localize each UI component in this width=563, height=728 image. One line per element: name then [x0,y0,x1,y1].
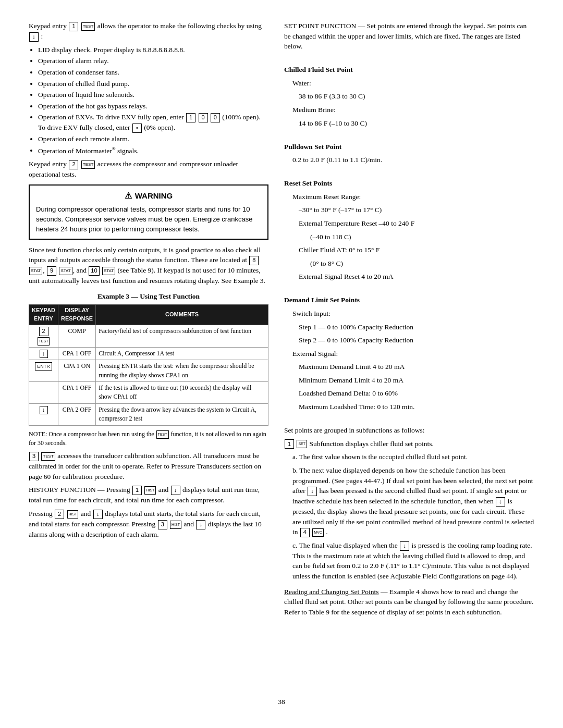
check-item-7: Operation of EXVs. To drive EXV fully op… [38,112,268,133]
example-3-title: Example 3 — Using Test Function [29,291,268,302]
chilled-brine-label: Medium Brine: [292,105,534,115]
reset-title: Reset Set Points [284,178,534,189]
key-test-2: TEST [81,161,95,169]
pulldown-range: 0.2 to 2.0 F (0.11 to 1.1 C)/min. [292,155,534,165]
chilled-fluid-title: Chilled Fluid Set Point [284,65,534,75]
demand-switch-label: Switch Input: [292,309,534,319]
demand-loadshed-time: Maximum Loadshed Time: 0 to 120 min. [299,402,534,412]
point-a: a. The first value shown is the occupied… [292,452,534,462]
key-2-table: 2 [39,327,48,336]
check-item-3: Operation of condenser fans. [38,67,268,78]
key-1: 1 [69,22,78,31]
key-2: 2 [69,160,78,169]
para-history-1: HISTORY FUNCTION — Pressing 1 HIST and ↓… [29,485,268,505]
point-c: c. The final value displayed when the ↓ … [292,540,534,582]
reset-signal: External Signal Reset 4 to 20 mA [299,272,534,282]
key-hist-3: 3 [158,520,167,529]
right-column: SET POINT FUNCTION — Set points are ente… [284,21,534,686]
reset-ext-temp-c: (–40 to 118 C) [310,232,534,242]
key-stat-9: STAT [59,267,72,275]
key-10: 10 [89,266,99,276]
chilled-water-label: Water: [292,78,534,89]
demand-ext-label: External Signal: [292,349,534,359]
demand-max: Maximum Demand Limit 4 to 20 mA [299,362,534,372]
table-cell-display-3: CPA 1 ON [58,360,96,382]
table-cell-comment-4: If the test is allowed to time out (10 s… [96,382,268,404]
key-stat-10: STAT [102,267,115,275]
warning-text: During compressor operational tests, com… [36,205,261,235]
key-mvc-label: MVC [312,528,324,537]
table-row-5: ↓ CPA 2 OFF Pressing the down arrow key … [29,403,268,425]
table-cell-comment-5: Pressing the down arrow key advances the… [96,403,268,425]
warning-box: ⚠ WARNING During compressor operational … [29,184,268,240]
para-transducer: 3 TEST accesses the transducer calibrati… [29,451,268,482]
key-hist-label-3: HIST [170,521,181,529]
table-cell-comment-2: Circuit A, Compressor 1A test [96,347,268,360]
key-8: 8 [249,256,259,265]
key-test-3: TEST [41,452,55,461]
key-4-mvc: 4 [300,528,310,537]
key-3: 3 [29,452,39,461]
check-item-9: Operation of Motormaster® signals. [38,145,268,156]
reset-ext-temp: External Temperature Reset –40 to 240 F [299,218,534,229]
key-set-intro: 1 SET Subfunction displays chiller fluid… [284,439,534,449]
point-b: b. The next value displayed depends on h… [292,465,534,537]
check-item-6: Operation of the hot gas bypass relays. [38,101,268,112]
key-set-label: SET [297,440,307,448]
key-down-hist-2: ↓ [93,510,103,519]
entr-key-table: ENTR [35,362,52,371]
table-cell-display-1: COMP [58,325,96,348]
key-9: 9 [47,266,56,276]
key-1-set: 1 [285,439,294,449]
key-test-note: TEST [156,430,169,439]
chilled-brine-range: 14 to 86 F (–10 to 30 C) [299,118,534,129]
table-cell-display-2: CPA 1 OFF [58,347,96,360]
table-cell-comment-3: Pressing ENTR starts the test: when the … [96,360,268,382]
para-history-2: Pressing 2 HIST and ↓ displays total uni… [29,509,268,539]
warning-title: WARNING [135,190,173,202]
pulldown-title: Pulldown Set Point [284,142,534,152]
key-hist-label-1: HIST [144,486,156,495]
table-header-comments: COMMENTS [96,305,268,325]
key-hist-label-2: HIST [67,510,79,519]
page-number: 38 [29,697,534,707]
key-down-b2: ↓ [496,497,505,507]
table-cell-entry-5: ↓ [29,403,58,425]
checks-list: LID display check. Proper display is 8.8… [38,45,268,156]
reset-max-label: Maximum Reset Range: [292,192,534,202]
table-row-3: ENTR CPA 1 ON Pressing ENTR starts the t… [29,360,268,382]
demand-min: Minimum Demand Limit 4 to 20 mA [299,375,534,386]
key-hist-1: 1 [132,486,142,495]
key-0a: 0 [199,113,208,122]
table-row-1: 2 TEST COMP Factory/field test of compre… [29,325,268,348]
chilled-water-range: 38 to 86 F (3.3 to 30 C) [299,91,534,102]
warning-header: ⚠ WARNING [36,190,261,202]
demand-limit-title: Demand Limit Set Points [284,295,534,305]
table-cell-entry-4 [29,382,58,404]
key-dot: • [132,124,142,133]
note-compressor: NOTE: Once a compressor has been run usi… [29,430,268,448]
page: Keypad entry 1 TEST allows the operator … [0,0,563,728]
reset-range-1: –30° to 30° F (–17° to 17° C) [299,205,534,215]
demand-loadshed: Loadshed Demand Delta: 0 to 60% [299,388,534,399]
key-down-c: ↓ [400,541,409,551]
set-point-intro: SET POINT FUNCTION — Set points are ente… [284,21,534,52]
key-stat-8: STAT [29,267,42,275]
table-cell-entry-1: 2 TEST [29,325,58,348]
key-down-hist-1: ↓ [171,486,180,495]
check-item-1: LID display check. Proper display is 8.8… [38,45,268,55]
table-cell-entry-2: ↓ [29,347,58,360]
demand-step1: Step 1 — 0 to 100% Capacity Reduction [299,322,534,332]
check-item-8: Operation of each remote alarm. [38,134,268,144]
two-column-layout: Keypad entry 1 TEST allows the operator … [29,21,534,686]
reset-chiller-dt-c: (0° to 8° C) [310,258,534,269]
para-keypad-entry-2: Keypad entry 2 TEST accesses the compres… [29,159,268,179]
table-cell-display-4: CPA 1 OFF [58,382,96,404]
key-down-b: ↓ [308,487,317,496]
down-arrow-key-2: ↓ [40,406,48,414]
demand-step2: Step 2 — 0 to 100% Capacity Reduction [299,335,534,346]
key-0b: 0 [211,113,220,122]
key-down-hist-3: ↓ [196,520,205,529]
check-item-4: Operation of chilled fluid pump. [38,79,268,89]
table-row-4: CPA 1 OFF If the test is allowed to time… [29,382,268,404]
